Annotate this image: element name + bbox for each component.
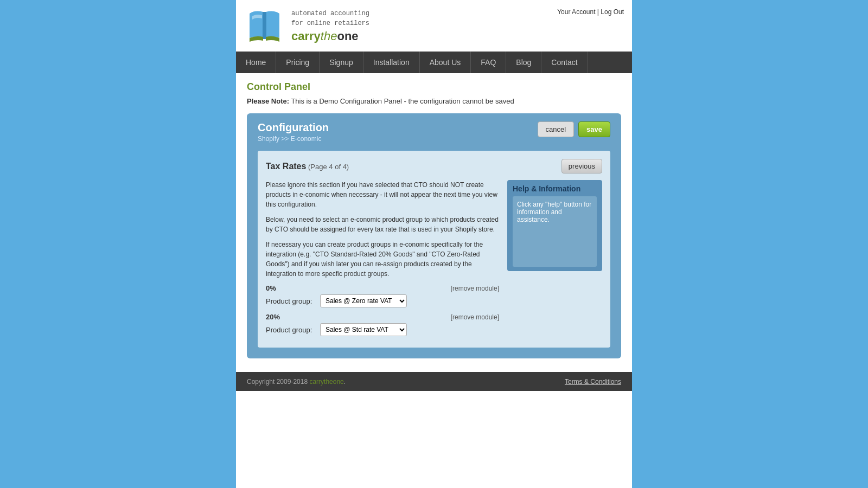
your-account-link[interactable]: Your Account [557,8,595,16]
help-title: Help & Information [513,184,597,193]
tax-rate-line-20: 20% [remove module] [266,313,499,321]
left-column: Please ignore this section if you have s… [266,180,499,339]
product-group-label-0: Product group: [266,297,315,305]
logo-area: automated accounting for online retailer… [244,5,369,46]
nav-faq[interactable]: FAQ [471,52,506,73]
cancel-button[interactable]: cancel [538,121,575,137]
page-title: Control Panel [247,81,621,93]
config-buttons: cancel save [538,121,611,137]
footer-copyright: Copyright 2009-2018 carrytheone. [247,378,346,386]
config-header: Configuration Shopify >> E-conomic cance… [258,121,610,143]
product-group-row-0: Product group: Sales @ Zero rate VAT Sal… [266,294,499,307]
tax-rates-header: Tax Rates (Page 4 of 4) previous [266,159,602,174]
header: automated accounting for online retailer… [236,0,632,52]
config-box: Configuration Shopify >> E-conomic cance… [247,113,621,358]
info-para-3: If necessary you can create product grou… [266,240,499,279]
nav-installation[interactable]: Installation [363,52,420,73]
nav-about-us[interactable]: About Us [420,52,471,73]
tax-rate-label-0: 0% [266,284,276,292]
tax-rate-row-0: 0% [remove module] Product group: Sales … [266,284,499,307]
tax-rates-title: Tax Rates [266,162,306,171]
nav-contact[interactable]: Contact [541,52,588,73]
footer-cto-link[interactable]: carrytheone [309,378,343,386]
remove-module-20[interactable]: [remove module] [451,313,499,321]
remove-module-0[interactable]: [remove module] [451,285,499,292]
help-text: Click any "help" button for information … [513,196,597,267]
logo-icon [244,5,285,46]
svg-rect-0 [263,12,266,39]
terms-link[interactable]: Terms & Conditions [565,378,621,386]
config-title: Configuration [258,121,329,134]
help-box: Help & Information Click any "help" butt… [507,180,602,271]
previous-button[interactable]: previous [561,159,602,174]
tax-rate-row-20: 20% [remove module] Product group: Sales… [266,313,499,336]
main-content-flex: Please ignore this section if you have s… [266,180,602,339]
content-area: Control Panel Please Note: This is a Dem… [236,73,632,372]
tax-rate-label-20: 20% [266,313,280,321]
logo-text: carrytheone [291,29,369,43]
header-links: Your Account | Log Out [557,5,624,16]
config-subtitle: Shopify >> E-conomic [258,135,329,143]
nav-bar: Home Pricing Signup Installation About U… [236,52,632,73]
save-button[interactable]: save [578,121,610,137]
logo-tagline: automated accounting for online retailer… [291,9,369,28]
info-para-1: Please ignore this section if you have s… [266,180,499,209]
info-para-2: Below, you need to select an e-conomic p… [266,215,499,234]
footer: Copyright 2009-2018 carrytheone. Terms &… [236,372,632,391]
right-column: Help & Information Click any "help" butt… [507,180,602,339]
nav-pricing[interactable]: Pricing [276,52,320,73]
inner-box: Tax Rates (Page 4 of 4) previous Please … [258,151,610,348]
nav-blog[interactable]: Blog [506,52,541,73]
product-group-row-20: Product group: Sales @ Zero rate VAT Sal… [266,323,499,336]
logout-link[interactable]: Log Out [601,8,624,16]
product-group-label-20: Product group: [266,326,315,334]
product-group-select-0[interactable]: Sales @ Zero rate VAT Sales @ Std rate V… [320,294,407,307]
nav-signup[interactable]: Signup [320,52,363,73]
product-group-select-20[interactable]: Sales @ Zero rate VAT Sales @ Std rate V… [320,323,407,336]
tax-rates-title-area: Tax Rates (Page 4 of 4) [266,162,349,171]
nav-home[interactable]: Home [236,52,276,73]
tax-rates-page: (Page 4 of 4) [308,163,349,171]
demo-notice: Please Note: This is a Demo Configuratio… [247,97,621,105]
footer-terms: Terms & Conditions [565,377,621,386]
config-title-area: Configuration Shopify >> E-conomic [258,121,329,143]
tax-rate-line-0: 0% [remove module] [266,284,499,292]
